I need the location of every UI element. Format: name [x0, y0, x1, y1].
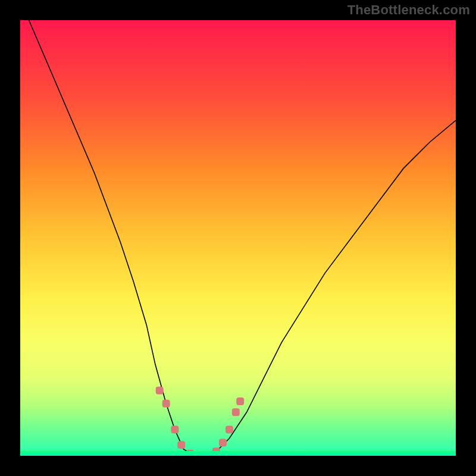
chart-frame: TheBottleneck.com: [0, 0, 476, 476]
baseline-strip: [20, 451, 456, 456]
curve-svg: [20, 20, 456, 456]
curve-marker: [232, 408, 240, 416]
curve-marker: [162, 400, 170, 408]
curve-marker: [171, 426, 178, 434]
marker-group: [156, 387, 245, 456]
curve-marker: [177, 441, 185, 449]
plot-area: [20, 20, 456, 456]
curve-marker: [219, 439, 227, 447]
watermark-text: TheBottleneck.com: [347, 2, 470, 18]
curve-marker: [156, 387, 164, 394]
bottleneck-curve: [29, 20, 456, 456]
curve-marker: [226, 426, 233, 434]
curve-marker: [236, 397, 244, 405]
